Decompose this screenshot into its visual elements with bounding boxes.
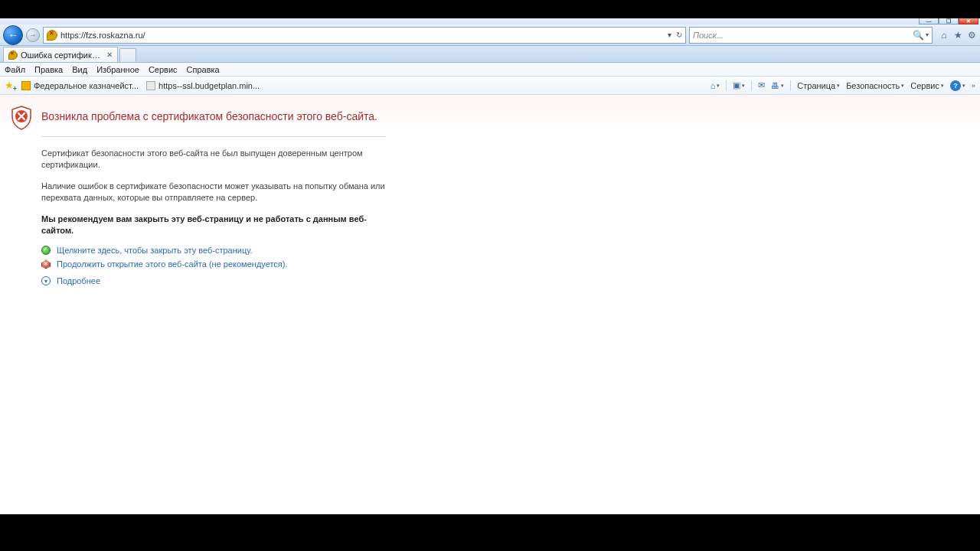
cert-error-title: Возникла проблема с сертификатом безопас… [41,106,513,122]
new-tab-button[interactable] [119,48,136,62]
cmd-help[interactable]: ?▾ [950,80,965,91]
cmd-service-label: Сервис [910,81,939,90]
tab-title: Ошибка сертификата: пе... [21,51,103,60]
navigation-bar: ← → ▾ ↻ 🔍 ▾ ⌂ ★ ⚙ [0,24,980,46]
cert-error-page: Возникла проблема с сертификатом безопас… [0,95,528,305]
search-icon[interactable]: 🔍 [913,30,924,41]
menu-edit[interactable]: Правка [34,65,63,74]
cert-error-icon [8,51,18,60]
cmd-overflow[interactable]: » [972,82,975,90]
rss-icon: ▣ [733,80,740,90]
tab-active[interactable]: Ошибка сертификата: пе... ✕ [3,47,118,62]
more-info-row: ▾ Подробнее [41,276,513,285]
more-info-link[interactable]: Подробнее [57,276,100,285]
favorite-item-1[interactable]: Федеральное казначейст... [21,81,139,90]
cmd-feeds[interactable]: ▣▾ [733,80,745,90]
home-icon[interactable]: ⌂ [939,30,949,41]
cert-error-warning: Наличие ошибок в сертификате безопасност… [41,181,394,204]
warning-icon [41,259,51,269]
window-titlebar: — ❐ ✕ [0,18,980,24]
forward-button[interactable]: → [26,28,40,42]
menu-view[interactable]: Вид [72,65,87,74]
tab-close-icon[interactable]: ✕ [106,51,113,59]
favorites-bar: ★ Федеральное казначейст... https--ssl.b… [0,77,980,95]
favorites-icon[interactable]: ★ [952,30,963,41]
menu-favorites[interactable]: Избранное [96,65,139,74]
mail-icon: ✉ [758,80,765,90]
letterbox-bottom [0,514,980,551]
check-icon [41,246,51,255]
search-input[interactable] [693,28,910,42]
divider [41,136,386,137]
close-page-link[interactable]: Щелкните здесь, чтобы закрыть эту веб-ст… [57,246,253,255]
browser-window: — ❐ ✕ ← → ▾ ↻ 🔍 ▾ ⌂ ★ ⚙ О [0,18,980,514]
menu-help[interactable]: Справка [187,65,220,74]
favorite-label: Федеральное казначейст... [34,81,139,90]
address-bar[interactable]: ▾ ↻ [43,27,686,44]
address-controls: ▾ ↻ [668,31,682,39]
window-close-button[interactable]: ✕ [959,18,978,24]
tools-icon[interactable]: ⚙ [966,30,977,41]
cmd-page-label: Страница [797,81,835,90]
favorite-label: https--ssl.budgetplan.min... [158,81,260,90]
address-dropdown-icon[interactable]: ▾ [668,31,671,39]
cmd-service[interactable]: Сервис▾ [910,81,944,90]
refresh-icon[interactable]: ↻ [676,31,682,39]
cmd-safety[interactable]: Безопасность▾ [846,81,904,90]
cmd-print[interactable]: 🖶▾ [771,81,784,90]
close-page-row: Щелкните здесь, чтобы закрыть эту веб-ст… [41,246,513,255]
home-icon: ⌂ [710,81,716,90]
address-input[interactable] [60,28,668,42]
cert-error-recommendation: Мы рекомендуем вам закрыть эту веб-стран… [41,214,394,237]
cmd-mail[interactable]: ✉ [758,80,765,90]
favorite-item-2[interactable]: https--ssl.budgetplan.min... [146,81,260,90]
cmd-safety-label: Безопасность [846,81,900,90]
menu-bar: Файл Правка Вид Избранное Сервис Справка [0,63,980,77]
continue-link[interactable]: Продолжить открытие этого веб-сайта (не … [57,259,288,269]
page-content: Возникла проблема с сертификатом безопас… [0,95,980,514]
back-button[interactable]: ← [3,25,23,45]
cmd-page[interactable]: Страница▾ [797,81,840,90]
menu-tools[interactable]: Сервис [149,65,178,74]
page-icon [146,81,155,90]
continue-row: Продолжить открытие этого веб-сайта (не … [41,259,513,269]
cert-error-icon [47,30,57,41]
add-favorite-icon[interactable]: ★ [5,80,14,91]
window-minimize-button[interactable]: — [919,18,939,24]
search-dropdown-icon[interactable]: ▾ [926,31,929,38]
search-bar[interactable]: 🔍 ▾ [689,27,933,44]
print-icon: 🖶 [771,81,779,90]
favorite-icon [21,81,31,90]
command-bar: ⌂▾ ▣▾ ✉ 🖶▾ Страница▾ Безопасность▾ Серви… [710,80,975,91]
window-restore-button[interactable]: ❐ [939,18,959,24]
cert-error-reason: Сертификат безопасности этого веб-сайта … [41,148,394,171]
help-icon: ? [950,80,961,91]
expand-icon[interactable]: ▾ [41,276,51,285]
tab-strip: Ошибка сертификата: пе... ✕ [0,46,980,63]
chrome-right-icons: ⌂ ★ ⚙ [936,30,977,41]
cmd-home[interactable]: ⌂▾ [710,81,720,90]
shield-icon [11,106,32,130]
letterbox-top [0,0,980,18]
menu-file[interactable]: Файл [5,65,25,74]
